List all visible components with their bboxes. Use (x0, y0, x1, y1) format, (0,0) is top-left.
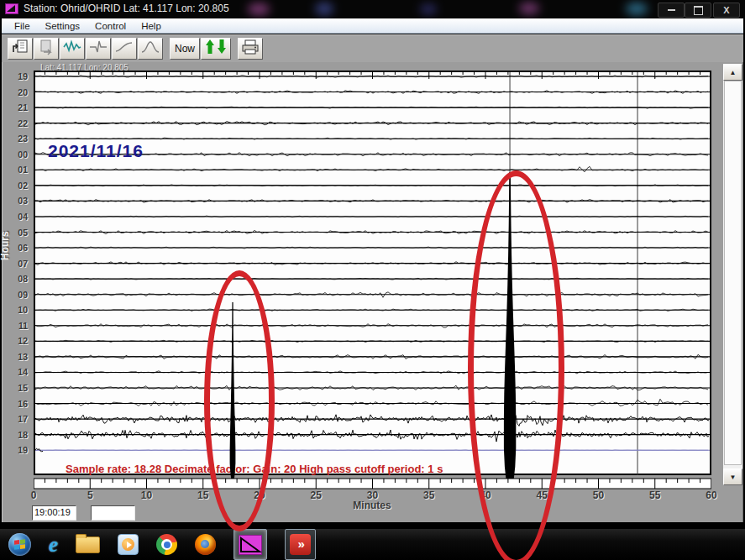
minute-label-25: 25 (311, 489, 322, 501)
windows-start-icon (8, 533, 31, 556)
hour-label-10: 05 (18, 228, 28, 238)
minute-label-10: 10 (141, 489, 152, 501)
close-icon: X (723, 6, 729, 15)
window-title: Station: Ohrid/OHRID Lat: 41.117 Lon: 20… (24, 3, 229, 14)
taskbar: e» (0, 529, 745, 560)
close-button[interactable]: X (713, 3, 740, 18)
minute-label-15: 15 (197, 489, 208, 501)
hour-label-9: 04 (18, 212, 28, 222)
hour-label-11: 06 (18, 243, 28, 253)
photo-glare (626, 3, 648, 15)
menu-file[interactable]: File (7, 21, 38, 31)
spike-trace-button (86, 38, 111, 60)
start-button[interactable] (8, 533, 31, 556)
hour-label-3: 22 (18, 118, 28, 128)
scrollbar-thumb[interactable] (724, 81, 742, 465)
hour-label-13: 08 (18, 274, 28, 284)
hour-label-4: 23 (18, 133, 28, 144)
scroll-up-down-button[interactable] (201, 38, 231, 60)
filter-ramp-button (112, 38, 137, 60)
blank-field[interactable] (91, 505, 135, 521)
down-arrow-icon: ▼ (730, 474, 737, 481)
helicorder-plot: Sample rate: 18.28 Decimate factor: Gain… (34, 71, 711, 490)
minute-label-35: 35 (423, 489, 434, 501)
photo-glare (519, 3, 539, 14)
hour-label-23: 18 (18, 430, 28, 440)
taskbar-seismograph-app-button[interactable] (233, 529, 267, 560)
now-button-label: Now (175, 43, 195, 55)
small-event-circle (204, 270, 275, 531)
minute-label-60: 60 (706, 489, 716, 501)
date-label: 2021/11/16 (48, 141, 144, 161)
hour-label-1: 20 (18, 87, 28, 97)
taskbar-explorer-button[interactable] (76, 536, 100, 553)
taskbar-firefox-button[interactable] (195, 534, 216, 555)
maximize-icon (694, 6, 703, 15)
hour-label-2: 21 (18, 102, 28, 113)
vertical-scrollbar[interactable]: ▲ ▼ (723, 64, 742, 485)
minute-label-5: 5 (87, 489, 93, 501)
scroll-up-button[interactable]: ▲ (723, 64, 742, 81)
export-button (34, 38, 59, 60)
up-down-arrows-icon (204, 38, 228, 60)
now-button[interactable]: Now (170, 38, 200, 60)
minute-label-55: 55 (649, 489, 660, 501)
bell-curve-icon (140, 39, 160, 59)
photo-glare (248, 3, 270, 15)
hour-label-20: 15 (18, 383, 28, 393)
hour-label-17: 12 (18, 336, 28, 346)
hour-label-24: 19 (18, 445, 28, 455)
hour-label-15: 10 (18, 305, 28, 315)
remote-app-icon: » (290, 534, 311, 555)
toolbar: Now (2, 34, 743, 62)
hour-label-0: 19 (18, 71, 28, 81)
minimize-button[interactable] (658, 3, 685, 18)
minute-label-50: 50 (593, 489, 604, 501)
media-player-icon (118, 534, 139, 555)
spike-trace-icon (88, 39, 108, 59)
open-button[interactable] (8, 38, 33, 60)
minutes-axis-title: Minutes (353, 500, 391, 511)
waveform-button[interactable] (60, 38, 85, 60)
taskbar-internet-explorer-button[interactable]: e (49, 533, 58, 556)
minute-label-0: 0 (31, 489, 37, 501)
taskbar-media-player-button[interactable] (118, 534, 139, 555)
time-field[interactable]: 19:00:19 (32, 505, 76, 521)
hour-label-19: 14 (18, 367, 28, 377)
up-arrow-icon: ▲ (730, 69, 737, 76)
hours-axis-title: Hours (0, 231, 11, 260)
hour-label-12: 07 (18, 259, 28, 269)
hour-label-16: 11 (18, 321, 28, 331)
waveform-icon (62, 39, 82, 59)
menu-control[interactable]: Control (87, 21, 134, 31)
print-button[interactable] (238, 38, 263, 60)
seismograph-app-icon (239, 535, 262, 555)
filter-ramp-icon (114, 39, 134, 59)
menu-help[interactable]: Help (134, 21, 169, 31)
hour-label-14: 09 (18, 290, 28, 300)
hours-axis: 1920212223000102030405060708091011121314… (0, 71, 31, 465)
menu-bar: FileSettingsControlHelp (2, 18, 743, 34)
hour-label-7: 02 (18, 181, 28, 191)
printer-icon (240, 39, 260, 59)
bell-curve-button (138, 38, 163, 60)
taskbar-remote-app-button[interactable]: » (285, 529, 316, 560)
hour-label-18: 13 (18, 352, 28, 362)
menu-settings[interactable]: Settings (38, 21, 88, 31)
title-bar[interactable]: Station: Ohrid/OHRID Lat: 41.117 Lon: 20… (0, 0, 745, 18)
desktop-screen: Station: Ohrid/OHRID Lat: 41.117 Lon: 20… (0, 0, 745, 560)
window-bottom-edge (0, 522, 745, 529)
hour-label-5: 00 (18, 149, 28, 160)
taskbar-chrome-button[interactable] (156, 534, 177, 555)
internet-explorer-icon: e (49, 540, 58, 554)
photo-glare (420, 4, 437, 14)
app-icon (5, 3, 18, 14)
chrome-icon (156, 534, 177, 555)
folder-icon (76, 536, 100, 553)
hour-label-21: 16 (18, 399, 28, 409)
maximize-button[interactable] (685, 3, 711, 18)
scroll-down-button[interactable]: ▼ (723, 468, 742, 485)
firefox-icon (195, 534, 216, 555)
hour-label-8: 03 (18, 196, 28, 206)
photo-glare (315, 3, 333, 15)
